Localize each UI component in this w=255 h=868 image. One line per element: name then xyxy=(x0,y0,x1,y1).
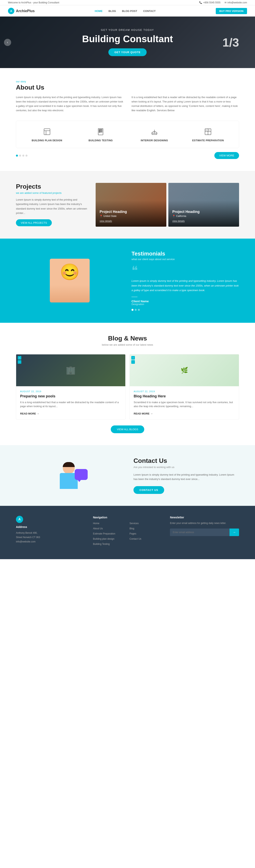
blog-1-read-more[interactable]: READ MORE → xyxy=(20,412,39,415)
service-name-building-testing: BUILDING TESTING xyxy=(76,139,126,142)
testimonial-dots xyxy=(132,309,239,311)
nav-blog[interactable]: BLOG xyxy=(109,9,116,12)
project-1-heading: Project Heading xyxy=(100,210,127,214)
hero-prev-arrow[interactable]: ‹ xyxy=(4,39,11,46)
img-2-zoom-out[interactable]: − xyxy=(131,360,135,364)
hero-cta-button[interactable]: GET YOUR QUOTE xyxy=(108,49,147,56)
view-all-projects-button[interactable]: VIEW ALL PROJECTS xyxy=(16,219,52,226)
testimonial-dot-2[interactable] xyxy=(135,309,137,311)
svg-rect-0 xyxy=(44,129,50,135)
buy-pro-button[interactable]: BUY PRO VERSION xyxy=(216,8,247,14)
testimonial-quote: Lorem ipsum is simply dummy text of the … xyxy=(132,279,239,292)
img-2-zoom-in[interactable]: + xyxy=(131,356,135,360)
projects-desc: Lorem Ipsum is simply dummy text of the … xyxy=(16,197,88,215)
footer-nav-home[interactable]: Home xyxy=(93,522,100,525)
newsletter-submit-button[interactable]: → xyxy=(229,529,239,536)
blog-card-2: + − 🌿 AUGUST 22, 2019 Blog Heading Here … xyxy=(130,354,239,420)
contact-illustration xyxy=(16,462,121,489)
view-more-button[interactable]: VIEW MORE xyxy=(215,152,239,159)
footer-nav-about[interactable]: About Us xyxy=(93,527,103,530)
svg-text:€: € xyxy=(208,129,209,131)
testimonials-subtitle: what our client says about out service xyxy=(132,258,239,261)
person-hair xyxy=(63,462,75,467)
blog-1-heading: Preparing new pools xyxy=(20,394,121,398)
footer-nav-contact[interactable]: Contact Us xyxy=(130,537,141,540)
svg-text:$: $ xyxy=(206,129,206,131)
nav-contact[interactable]: CONTACT xyxy=(143,9,156,12)
about-title: About Us xyxy=(16,84,239,91)
nav-blog-post[interactable]: BLOG POST xyxy=(122,9,137,12)
services-grid: BUILDING PLAN DESIGN BUILDING TESTING IN… xyxy=(16,121,239,148)
contact-info: Contact Us Are you intrested to working … xyxy=(134,457,239,494)
client-designation: Designation xyxy=(132,303,239,306)
blog-2-text: Scrambled it to make a type specimen boo… xyxy=(134,400,235,409)
speech-bubble xyxy=(75,469,88,480)
about-label: our story xyxy=(16,80,239,83)
view-all-blogs-button[interactable]: VIEW ALL BLOGS xyxy=(111,426,144,433)
project-card-2[interactable]: Project Heading 📍 California view detail… xyxy=(168,183,239,227)
blog-2-read-more[interactable]: READ MORE → xyxy=(134,412,153,415)
img-zoom-out[interactable]: − xyxy=(18,360,21,364)
about-grid: Lorem Ipsum is simply dummy text of the … xyxy=(16,95,239,113)
contact-text: Lorem Ipsum is simply dummy text of the … xyxy=(134,473,239,482)
blog-2-heading: Blog Heading Here xyxy=(134,394,235,398)
testimonial-content: Testimonials what our client says about … xyxy=(132,251,239,311)
footer-nav-cols: Home About Us Estimate Preparation Build… xyxy=(93,521,162,547)
dot-2[interactable] xyxy=(19,155,21,157)
navbar: A ArchiePlus HOME BLOG BLOG POST CONTACT… xyxy=(0,5,255,17)
service-name-interior: INTERIOR DESIGNING xyxy=(130,139,179,142)
blog-1-text: It is a long established fact that a rea… xyxy=(20,400,121,409)
footer-address-text: Anthony Benoit 490, Street Norwich CT 06… xyxy=(16,531,85,544)
nav-home[interactable]: HOME xyxy=(95,9,103,12)
service-name-building-plan: BUILDING PLAN DESIGN xyxy=(22,139,72,142)
project-card-1[interactable]: Project Heading 📍 United State view deta… xyxy=(96,183,166,227)
service-estimate: $€ ESTIMATE PREPARATION xyxy=(183,127,233,142)
svg-rect-7 xyxy=(100,130,102,131)
hero-section: ‹ GET YOUR DREAM HOUSE TODAY Building Co… xyxy=(0,17,255,68)
dot-1[interactable] xyxy=(16,155,18,157)
footer-nav-services[interactable]: Services xyxy=(130,522,139,525)
svg-rect-9 xyxy=(100,132,102,132)
blog-2-image-wrap: + − 🌿 xyxy=(130,354,239,386)
testimonial-dot-3[interactable] xyxy=(138,309,140,311)
testimonial-dot-1[interactable] xyxy=(132,309,134,311)
divider xyxy=(132,297,138,297)
email-icon: ✉ xyxy=(225,1,227,4)
client-name: Client Name xyxy=(132,300,239,303)
carousel-dots xyxy=(16,155,28,157)
footer-nav-col: Navigation Home About Us Estimate Prepar… xyxy=(93,516,162,547)
blog-img-controls: + − xyxy=(18,356,21,364)
person-head xyxy=(63,462,75,474)
footer-logo-icon: A xyxy=(16,516,23,523)
logo[interactable]: A ArchiePlus xyxy=(8,8,35,14)
project-1-info: Project Heading 📍 United State view deta… xyxy=(100,210,127,223)
blog-1-image: + − 🏢 xyxy=(16,354,125,386)
blog-1-body: AUGUST 22, 2019 Preparing new pools It i… xyxy=(16,386,125,420)
footer-nav-pages[interactable]: Pages xyxy=(130,532,136,535)
contact-section: Contact Us Are you intrested to working … xyxy=(0,445,255,506)
dot-3[interactable] xyxy=(22,155,24,157)
hero-subtitle: GET YOUR DREAM HOUSE TODAY xyxy=(82,28,173,31)
footer-newsletter-title: Newsletter xyxy=(170,516,239,519)
contact-grid: Contact Us Are you intrested to working … xyxy=(16,457,239,494)
contact-cta-button[interactable]: CONTACT US xyxy=(134,486,164,494)
blog-2-date: AUGUST 22, 2019 xyxy=(134,390,235,393)
img-zoom-in[interactable]: + xyxy=(18,356,21,360)
projects-section: Projects we are added some of featured p… xyxy=(0,171,255,239)
footer-nav-estimate[interactable]: Estimate Preparation xyxy=(93,532,115,535)
service-building-testing: BUILDING TESTING xyxy=(76,127,126,142)
newsletter-email-input[interactable] xyxy=(170,529,229,536)
footer-nav-blog[interactable]: Blog xyxy=(130,527,134,530)
welcome-text: Welcome to ArchiPlus - your Building Con… xyxy=(8,1,59,4)
footer-address-col: A Address Anthony Benoit 490, Street Nor… xyxy=(16,516,85,547)
location-pin-icon: 📍 xyxy=(100,215,103,217)
footer-nav-building-testing[interactable]: Building Testing xyxy=(93,542,110,546)
project-2-link[interactable]: view details xyxy=(172,220,185,222)
project-1-link[interactable]: view details xyxy=(100,220,112,222)
footer-nav-building[interactable]: Building plan design xyxy=(93,537,114,540)
interior-icon xyxy=(149,127,159,137)
blog-2-image: + − 🌿 xyxy=(130,354,239,386)
phone-icon: 📞 xyxy=(199,1,202,4)
quote-icon: ❝ xyxy=(132,265,239,277)
dot-4[interactable] xyxy=(26,155,28,157)
